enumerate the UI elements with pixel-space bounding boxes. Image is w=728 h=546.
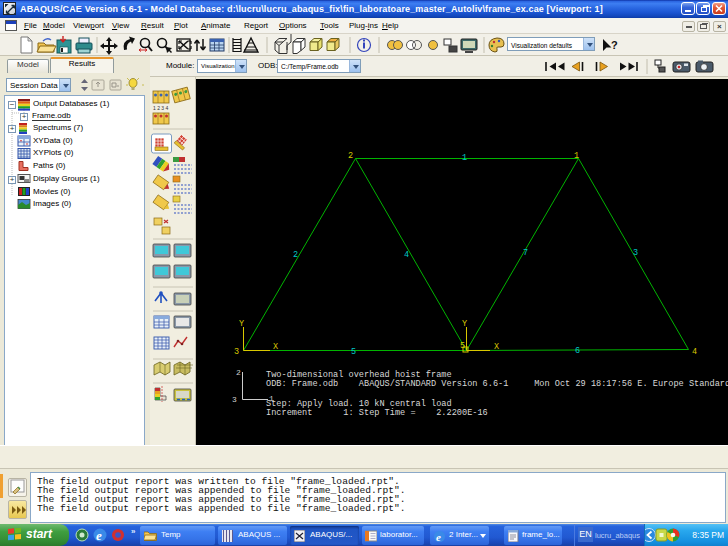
svg-text:2: 2 (348, 151, 353, 161)
svg-text:7: 7 (523, 248, 528, 258)
svg-text:X: X (494, 342, 499, 352)
svg-text:1: 1 (462, 153, 467, 163)
svg-text:Y: Y (462, 319, 467, 329)
svg-text:1: 1 (574, 151, 579, 161)
svg-text:ODB: Frame.odb ABAQUS/STAND: ODB: Frame.odb ABAQUS/STANDARD Version 6… (266, 379, 728, 389)
svg-text:e: e (436, 531, 441, 543)
svg-text:5: 5 (351, 347, 356, 357)
svg-text:3: 3 (633, 248, 638, 258)
svg-text:e: e (96, 528, 102, 543)
svg-text:?: ? (611, 39, 618, 51)
svg-text:4: 4 (692, 347, 697, 357)
svg-text:6: 6 (575, 346, 580, 356)
svg-text:4: 4 (404, 250, 409, 260)
svg-text:»: » (131, 527, 136, 536)
svg-text:Y: Y (239, 319, 244, 329)
svg-text:2: 2 (293, 250, 298, 260)
svg-text:3: 3 (232, 395, 237, 404)
svg-text:Increment 1: Step Time =: Increment 1: Step Time = 2.2200E-16 (266, 408, 488, 418)
svg-text:1 2 3 4: 1 2 3 4 (153, 105, 169, 111)
svg-text:X: X (273, 342, 278, 352)
svg-text:3: 3 (234, 347, 239, 357)
svg-text:2: 2 (236, 368, 241, 377)
